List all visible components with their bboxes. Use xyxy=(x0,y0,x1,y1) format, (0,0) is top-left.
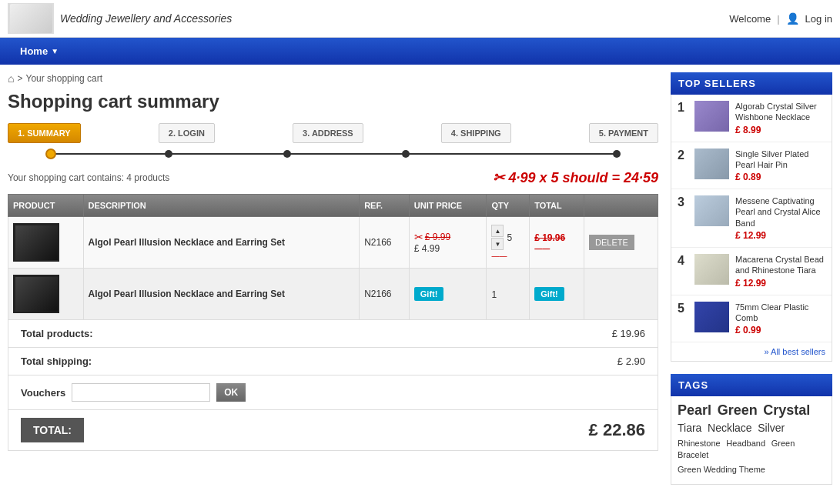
col-description: DESCRIPTION xyxy=(83,195,360,217)
seller-name[interactable]: Messene Captivating Pearl and Crystal Al… xyxy=(735,195,825,229)
seller-price: £ 0.99 xyxy=(735,325,825,335)
voucher-ok-button[interactable]: OK xyxy=(216,383,246,402)
step-3-button[interactable]: 3. ADDRESS xyxy=(293,123,363,143)
welcome-text: Welcome xyxy=(729,13,771,25)
seller-info: Macarena Crystal Bead and Rhinestone Tia… xyxy=(735,254,825,289)
logo-text: Wedding Jewellery and Accessories xyxy=(60,12,232,25)
voucher-input[interactable] xyxy=(72,383,210,402)
tag-green-wedding[interactable]: Green Wedding Theme xyxy=(678,465,765,474)
sidebar: TOP SELLERS 1 Algorab Crystal Silver Wis… xyxy=(671,72,832,497)
price-current: £ 4.99 xyxy=(414,243,482,254)
gift-badge-price: Gift! xyxy=(414,287,444,301)
tag-pearl[interactable]: Pearl xyxy=(678,402,711,418)
delete-button[interactable]: DELETE xyxy=(589,235,634,250)
home-button[interactable]: Home ▼ xyxy=(8,38,71,65)
page-title: Shopping cart summary xyxy=(8,91,658,112)
tag-necklace[interactable]: Necklace xyxy=(708,422,752,434)
cart-info: Your shopping cart contains: 4 products … xyxy=(8,169,658,186)
product-image-cell xyxy=(8,217,84,269)
seller-rank: 5 xyxy=(678,302,688,315)
col-total: TOTAL xyxy=(530,195,584,217)
step-2-button[interactable]: 2. LOGIN xyxy=(159,123,215,143)
col-unit-price: UNIT PRICE xyxy=(409,195,487,217)
breadcrumb-current: Your shopping cart xyxy=(25,73,102,84)
tag-bracelet[interactable]: Bracelet xyxy=(678,450,708,459)
tag-headband[interactable]: Headband xyxy=(726,439,765,448)
step-4-button[interactable]: 4. SHIPPING xyxy=(441,123,511,143)
seller-image xyxy=(694,302,729,332)
seller-price: £ 12.99 xyxy=(735,230,825,241)
login-link[interactable]: Log in xyxy=(805,13,832,25)
action-cell[interactable]: DELETE xyxy=(584,217,658,269)
all-best-sellers-link[interactable]: » All best sellers xyxy=(765,347,825,356)
shipping-label: Total shipping: xyxy=(21,355,92,367)
seller-name[interactable]: 75mm Clear Plastic Comb xyxy=(735,302,825,324)
product-description-2: Algol Pearl Illusion Necklace and Earrin… xyxy=(83,269,360,320)
site-logo: Wedding Jewellery and Accessories xyxy=(8,3,232,34)
seller-name[interactable]: Single Silver Plated Pearl Hair Pin xyxy=(735,149,825,171)
top-header: Wedding Jewellery and Accessories Welcom… xyxy=(0,0,840,38)
seller-name[interactable]: Algorab Crystal Silver Wishbone Necklace xyxy=(735,101,825,123)
tag-silver[interactable]: Silver xyxy=(758,422,785,434)
list-item: 1 Algorab Crystal Silver Wishbone Neckla… xyxy=(671,95,832,142)
seller-rank: 3 xyxy=(678,195,688,209)
tags-small-row: Rhinestone Headband Green Bracelet xyxy=(678,437,825,460)
seller-price: £ 8.99 xyxy=(735,125,825,135)
total-cell: £ 19.96 —— xyxy=(530,217,584,269)
steps-bar: 1. SUMMARY 2. LOGIN 3. ADDRESS 4. SHIPPI… xyxy=(8,123,658,143)
seller-info: Messene Captivating Pearl and Crystal Al… xyxy=(735,195,825,241)
col-ref: REF. xyxy=(360,195,410,217)
product-ref-2: N2166 xyxy=(360,269,410,320)
seller-image xyxy=(694,254,729,285)
step-1-button[interactable]: 1. SUMMARY xyxy=(8,123,81,143)
chevron-down-icon: ▼ xyxy=(51,47,59,55)
seller-price: £ 0.89 xyxy=(735,172,825,182)
voucher-row: Vouchers OK xyxy=(8,375,658,410)
total-cell-2: Gift! xyxy=(530,269,584,320)
seller-image xyxy=(694,195,729,226)
list-item: 2 Single Silver Plated Pearl Hair Pin £ … xyxy=(671,142,832,190)
products-total-row: Total products: £ 19.96 xyxy=(8,320,658,348)
top-sellers-title: TOP SELLERS xyxy=(671,72,832,95)
shipping-value: £ 2.90 xyxy=(617,355,645,367)
scissors-icon: ✂ xyxy=(414,231,423,243)
tags-title: TAGS xyxy=(671,374,832,396)
cart-count: Your shopping cart contains: 4 products xyxy=(8,172,169,183)
tag-crystal[interactable]: Crystal xyxy=(763,402,810,418)
qty-up-btn[interactable]: ▲ xyxy=(491,225,504,237)
home-label: Home xyxy=(20,45,48,57)
tag-green[interactable]: Green xyxy=(718,402,758,418)
seller-price: £ 12.99 xyxy=(735,278,825,289)
totals-section: Total products: £ 19.96 Total shipping: … xyxy=(8,320,658,451)
breadcrumb: ⌂ > Your shopping cart xyxy=(8,72,658,85)
top-right: Welcome | 👤 Log in xyxy=(729,12,832,25)
products-value: £ 19.96 xyxy=(612,328,645,339)
price-note: ✂ 4·99 x 5 should = 24·59 xyxy=(493,169,658,186)
gift-badge-total: Gift! xyxy=(534,287,564,301)
qty-down-btn[interactable]: ▼ xyxy=(491,238,504,250)
seller-image xyxy=(694,101,729,132)
table-row: Algol Pearl Illusion Necklace and Earrin… xyxy=(8,217,658,269)
tag-rhinestone[interactable]: Rhinestone xyxy=(678,439,721,448)
home-icon[interactable]: ⌂ xyxy=(8,72,14,85)
total-value: £ 19.96 xyxy=(534,232,565,243)
product-ref: N2166 xyxy=(360,217,410,269)
voucher-label: Vouchers xyxy=(21,387,65,399)
seller-name[interactable]: Macarena Crystal Bead and Rhinestone Tia… xyxy=(735,254,825,276)
list-item: 4 Macarena Crystal Bead and Rhinestone T… xyxy=(671,248,832,295)
qty-cell-2: 1 xyxy=(487,269,530,320)
qty-cell: ▲ ▼ 5 —— xyxy=(487,217,530,269)
col-product: PRODUCT xyxy=(8,195,84,217)
all-best-sellers[interactable]: » All best sellers xyxy=(671,342,832,361)
main-container: ⌂ > Your shopping cart Shopping cart sum… xyxy=(0,65,840,504)
cart-table: PRODUCT DESCRIPTION REF. UNIT PRICE QTY … xyxy=(8,194,658,320)
tag-green2[interactable]: Green xyxy=(771,439,795,448)
separator: | xyxy=(777,13,779,25)
step-5-button[interactable]: 5. PAYMENT xyxy=(589,123,658,143)
product-description: Algol Pearl Illusion Necklace and Earrin… xyxy=(83,217,360,269)
unit-price-cell-2: Gift! xyxy=(409,269,487,320)
tag-tiara[interactable]: Tiara xyxy=(678,422,701,434)
tags-section: TAGS Pearl Green Crystal Tiara Necklace … xyxy=(671,374,832,485)
navbar: Home ▼ xyxy=(0,38,840,65)
action-cell-2 xyxy=(584,269,658,320)
